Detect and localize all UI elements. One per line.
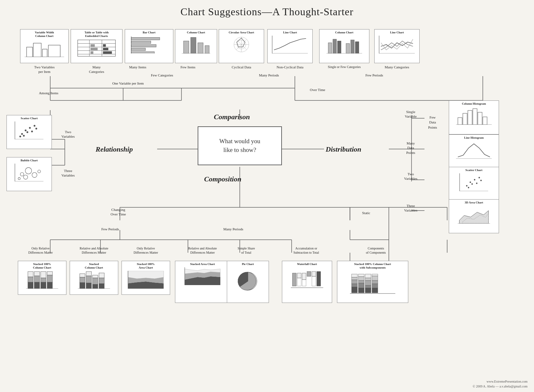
page-title: Chart Suggestions—A Thought-Starter bbox=[0, 0, 534, 21]
svg-point-126 bbox=[471, 183, 473, 185]
svg-rect-70 bbox=[131, 48, 145, 51]
chart-variable-width: Variable WidthColumn Chart bbox=[20, 29, 69, 63]
label-many-cat2: Many Categories bbox=[374, 65, 420, 69]
label-static: Static bbox=[353, 211, 379, 215]
svg-rect-194 bbox=[365, 278, 371, 281]
chart-stacked100-sub: Stacked 100% Column Chartwith Subcompone… bbox=[337, 261, 408, 303]
svg-point-127 bbox=[479, 177, 480, 178]
svg-rect-179 bbox=[312, 276, 316, 286]
label-single-var: SingleVariable bbox=[399, 110, 423, 119]
center-question-box: What would youlike to show? bbox=[198, 126, 282, 165]
chart-line-many-cat: Line Chart bbox=[374, 29, 420, 63]
svg-rect-52 bbox=[48, 45, 60, 57]
chart-stacked-area: Stacked Area Chart bbox=[175, 261, 230, 303]
svg-rect-61 bbox=[90, 44, 95, 47]
svg-rect-154 bbox=[86, 283, 92, 289]
svg-rect-91 bbox=[351, 40, 354, 53]
svg-rect-51 bbox=[42, 49, 47, 57]
label-many-data-pts: ManyDataPoints bbox=[399, 141, 423, 155]
svg-rect-157 bbox=[93, 284, 98, 289]
label-few-items: Few Items bbox=[175, 65, 201, 69]
svg-rect-143 bbox=[41, 278, 46, 282]
svg-rect-115 bbox=[458, 118, 462, 125]
svg-point-123 bbox=[466, 185, 467, 187]
svg-point-99 bbox=[27, 132, 29, 133]
label-cyclical: Cyclical Data bbox=[219, 65, 264, 69]
chart-waterfall: Waterfall Chart bbox=[282, 261, 332, 303]
svg-rect-90 bbox=[346, 43, 350, 53]
label-accumulation: Accumulation orSubtraction to Total bbox=[282, 246, 331, 255]
label-components: Componentsof Components bbox=[343, 246, 408, 255]
label-rel-abs-few: Relative and AbsoluteDifferences Matter bbox=[70, 246, 118, 255]
label-changing-over-time: ChangingOver Time bbox=[102, 207, 134, 217]
svg-rect-71 bbox=[131, 52, 155, 54]
svg-rect-73 bbox=[184, 41, 189, 54]
svg-point-103 bbox=[23, 135, 25, 137]
svg-rect-197 bbox=[365, 288, 371, 293]
svg-rect-136 bbox=[28, 271, 33, 277]
svg-point-125 bbox=[474, 179, 475, 180]
svg-point-109 bbox=[32, 173, 37, 178]
svg-rect-138 bbox=[28, 282, 33, 289]
chart-line-histogram: Line Histogram bbox=[449, 134, 499, 168]
svg-rect-119 bbox=[478, 112, 482, 125]
label-only-rel-many: Only RelativeDifferences Matter bbox=[122, 246, 170, 255]
label-two-var-rel: TwoVariables bbox=[53, 130, 83, 139]
svg-rect-185 bbox=[352, 280, 357, 284]
chart-line-noncyclical: Line Chart bbox=[267, 29, 313, 63]
label-three-var-rel: ThreeVariables bbox=[53, 168, 83, 178]
label-three-var-dist: ThreeVariables bbox=[399, 203, 423, 213]
svg-point-130 bbox=[468, 187, 469, 188]
svg-point-96 bbox=[21, 133, 23, 135]
svg-rect-88 bbox=[333, 39, 336, 53]
svg-rect-66 bbox=[103, 51, 112, 54]
svg-rect-137 bbox=[28, 277, 33, 282]
svg-rect-146 bbox=[47, 275, 52, 282]
svg-rect-177 bbox=[302, 273, 306, 280]
svg-rect-142 bbox=[41, 271, 46, 278]
svg-rect-64 bbox=[103, 44, 106, 47]
svg-rect-188 bbox=[358, 274, 364, 277]
svg-rect-159 bbox=[99, 278, 104, 284]
chart-circular-area: Circular Area Chart bbox=[219, 29, 264, 63]
svg-rect-117 bbox=[468, 110, 472, 125]
svg-rect-50 bbox=[33, 43, 41, 57]
label-composition: Composition bbox=[204, 175, 241, 183]
svg-point-97 bbox=[25, 130, 27, 132]
chart-stacked100-col: Stacked 100%Column Chart bbox=[18, 261, 66, 295]
label-comparison: Comparison bbox=[214, 113, 250, 121]
label-few-periods: Few Periods bbox=[334, 73, 415, 77]
svg-point-104 bbox=[19, 136, 21, 138]
footer: www.ExtremePresentation.com © 2009 A. Ab… bbox=[473, 379, 528, 389]
chart-3d-area: 3D Area Chart bbox=[449, 199, 499, 233]
svg-point-98 bbox=[29, 127, 31, 129]
svg-marker-84 bbox=[237, 38, 245, 47]
svg-rect-174 bbox=[297, 278, 301, 286]
svg-rect-140 bbox=[34, 276, 40, 282]
svg-rect-176 bbox=[302, 280, 306, 286]
svg-point-124 bbox=[470, 182, 471, 183]
svg-rect-120 bbox=[483, 117, 487, 125]
svg-rect-173 bbox=[293, 273, 296, 286]
chart-column-few: Column Chart bbox=[175, 29, 217, 63]
svg-point-129 bbox=[480, 180, 482, 181]
svg-rect-158 bbox=[99, 273, 104, 278]
svg-rect-199 bbox=[372, 276, 378, 281]
label-distribution: Distribution bbox=[326, 145, 361, 154]
svg-rect-153 bbox=[86, 276, 92, 283]
label-many-periods: Many Periods bbox=[237, 73, 301, 77]
label-few-categories: Few Categories bbox=[133, 73, 191, 77]
label-many-categories: ManyCategories bbox=[71, 65, 122, 74]
label-rel-abs-many: Relative and AbsoluteDifferences Matter bbox=[175, 246, 230, 255]
chart-stacked100-area: Stacked 100%Area Chart bbox=[122, 261, 170, 295]
svg-point-110 bbox=[38, 170, 41, 173]
svg-rect-152 bbox=[86, 271, 92, 276]
svg-rect-75 bbox=[198, 43, 203, 53]
svg-rect-149 bbox=[80, 274, 85, 277]
chart-table-embedded: Table or Table withEmbedded Charts bbox=[71, 29, 122, 63]
svg-rect-92 bbox=[355, 42, 359, 53]
svg-marker-164 bbox=[128, 271, 164, 279]
label-many-periods2: Many Periods bbox=[217, 227, 250, 231]
svg-rect-118 bbox=[473, 109, 477, 125]
label-two-var-dist: TwoVariables bbox=[399, 172, 423, 181]
